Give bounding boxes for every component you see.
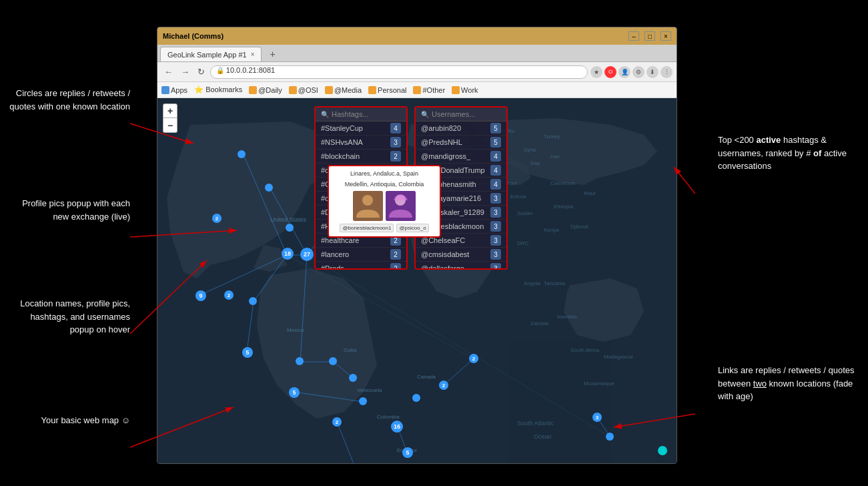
- hashtag-text: #NSHvsANA: [321, 138, 390, 146]
- username-search-bar[interactable]: 🔍 Usernames...: [416, 107, 506, 121]
- map-node-15[interactable]: 5: [289, 387, 300, 398]
- username-count: 4: [490, 165, 501, 176]
- hashtag-count: 2: [390, 249, 401, 260]
- svg-text:Eritrea: Eritrea: [510, 194, 526, 200]
- url-bar[interactable]: 🔒 10.0.0.21:8081: [210, 65, 588, 79]
- svg-text:South Atlantic: South Atlantic: [517, 420, 554, 427]
- minimize-button[interactable]: –: [628, 31, 639, 41]
- svg-text:DRC: DRC: [517, 240, 529, 246]
- bookmark-bookmarks[interactable]: ⭐ Bookmarks: [194, 85, 242, 94]
- bookmark-media[interactable]: @Media: [325, 86, 362, 94]
- map-node-3[interactable]: 2: [212, 214, 222, 223]
- tab-close-icon[interactable]: ×: [251, 51, 255, 58]
- map-node-4[interactable]: [286, 224, 294, 232]
- svg-text:Iran: Iran: [550, 154, 560, 160]
- profile-popup: Linares, Andaluc.a, Spain Medellin, Anti…: [328, 165, 441, 238]
- annotation-top200: Top <200 active hashtags & usernames, ra…: [718, 134, 858, 173]
- svg-text:Mexico: Mexico: [287, 327, 304, 333]
- map-node-16[interactable]: [359, 397, 367, 405]
- opera-icon[interactable]: O: [604, 66, 616, 78]
- map-node-12[interactable]: [296, 357, 304, 365]
- username-list-item[interactable]: @cmsisdabest3: [416, 248, 506, 262]
- username-text: @PredsNHL: [421, 138, 490, 146]
- username-list-item[interactable]: @PredsNHL5: [416, 136, 506, 150]
- star-icon[interactable]: ★: [590, 66, 602, 78]
- forward-button[interactable]: →: [178, 65, 192, 78]
- map-node-18[interactable]: [412, 394, 420, 402]
- username-text: @arubin820: [421, 124, 490, 132]
- new-tab-button[interactable]: +: [264, 47, 280, 61]
- map-node-17[interactable]: 2: [332, 417, 342, 427]
- hashtag-list-item[interactable]: #blockchain2: [316, 150, 406, 164]
- bookmark-osi[interactable]: @OSI: [289, 86, 318, 94]
- username-text: @mandigross_: [421, 152, 490, 160]
- hashtag-list-item[interactable]: #StanleyCup4: [316, 121, 406, 136]
- settings-icon[interactable]: ⋮: [661, 66, 673, 78]
- map-node-11[interactable]: 5: [242, 347, 253, 358]
- svg-text:Ethiopia: Ethiopia: [554, 204, 573, 210]
- username-count: 3: [490, 193, 501, 204]
- username-count: 3: [490, 235, 501, 246]
- bookmarks-bar: Apps ⭐ Bookmarks @Daily @OSI @Media Pers…: [157, 82, 677, 98]
- svg-text:Sudan: Sudan: [517, 210, 532, 216]
- annotation-hover: Location names, profile pics, hashtags, …: [7, 297, 130, 336]
- map-node-10[interactable]: [249, 297, 257, 305]
- username-count: 5: [490, 123, 501, 134]
- download-icon[interactable]: ⬇: [646, 66, 659, 78]
- svg-text:Cuba: Cuba: [344, 347, 357, 353]
- bookmark-apps[interactable]: Apps: [161, 86, 187, 94]
- bookmark-other[interactable]: #Other: [413, 86, 445, 94]
- username-placeholder: Usernames...: [432, 110, 475, 118]
- map-node-6[interactable]: 18: [282, 248, 294, 260]
- svg-text:Tanzania: Tanzania: [544, 280, 566, 286]
- bookmark-daily[interactable]: @Daily: [249, 86, 282, 94]
- map-node-2[interactable]: [265, 184, 273, 192]
- hashtag-list-item[interactable]: #Preds2: [316, 262, 406, 268]
- map-node-19[interactable]: 2: [439, 381, 448, 390]
- hashtag-text: #blockchain: [321, 152, 390, 160]
- url-text: 10.0.0.21:8081: [226, 66, 275, 74]
- username-list-item[interactable]: @mandigross_4: [416, 150, 506, 164]
- bookmark-personal[interactable]: Personal: [368, 86, 406, 94]
- maximize-button[interactable]: □: [644, 31, 655, 41]
- svg-text:Madagascar: Madagascar: [604, 354, 633, 360]
- svg-text:Djibouti: Djibouti: [570, 224, 588, 230]
- zoom-in-button[interactable]: +: [163, 103, 177, 118]
- username-count: 3: [490, 249, 501, 260]
- extension-icon[interactable]: ⚙: [632, 66, 644, 78]
- map-node-13[interactable]: [329, 357, 337, 365]
- zoom-out-button[interactable]: −: [163, 118, 177, 133]
- reload-button[interactable]: ↻: [195, 65, 207, 78]
- map-node-20[interactable]: 2: [469, 354, 478, 363]
- map-node-22[interactable]: 5: [402, 447, 413, 458]
- svg-text:Zambia: Zambia: [530, 320, 548, 326]
- map-node-1[interactable]: [238, 150, 246, 158]
- map-node-8[interactable]: 9: [195, 290, 206, 301]
- map-area[interactable]: United States Mexico Cuba Venezuela Colo…: [157, 98, 677, 464]
- map-node-14[interactable]: [349, 374, 357, 382]
- map-node-26[interactable]: [606, 433, 614, 441]
- hashtag-text: #StanleyCup: [321, 124, 390, 132]
- map-node-9[interactable]: 2: [224, 290, 234, 300]
- svg-text:Maur: Maur: [584, 190, 596, 196]
- map-node-7[interactable]: 27: [300, 248, 314, 261]
- hashtag-search-bar[interactable]: 🔍 Hashtags...: [316, 107, 406, 121]
- username-list-item[interactable]: @arubin8205: [416, 121, 506, 136]
- svg-text:Venezuela: Venezuela: [357, 387, 382, 393]
- tab-geolink[interactable]: GeoLink Sample App #1 ×: [160, 47, 262, 61]
- map-node-25[interactable]: 3: [592, 413, 602, 422]
- bookmark-work[interactable]: Work: [452, 86, 478, 94]
- tab-bar: GeoLink Sample App #1 × +: [157, 45, 677, 62]
- map-node-21[interactable]: 16: [391, 421, 403, 433]
- annotation-profile: Profile pics popup with each new exchang…: [7, 197, 130, 223]
- hashtag-list-item[interactable]: #NSHvsANA3: [316, 136, 406, 150]
- username-list-item[interactable]: @dallasfargo3: [416, 262, 506, 268]
- close-button[interactable]: ×: [661, 31, 671, 41]
- profile-icon[interactable]: 👤: [618, 66, 630, 78]
- hashtag-search-icon: 🔍: [321, 111, 329, 118]
- username-count: 4: [490, 151, 501, 162]
- back-button[interactable]: ←: [161, 65, 175, 78]
- username-count: 4: [490, 179, 501, 190]
- hashtag-count: 2: [390, 151, 401, 162]
- hashtag-list-item[interactable]: #lancero2: [316, 248, 406, 262]
